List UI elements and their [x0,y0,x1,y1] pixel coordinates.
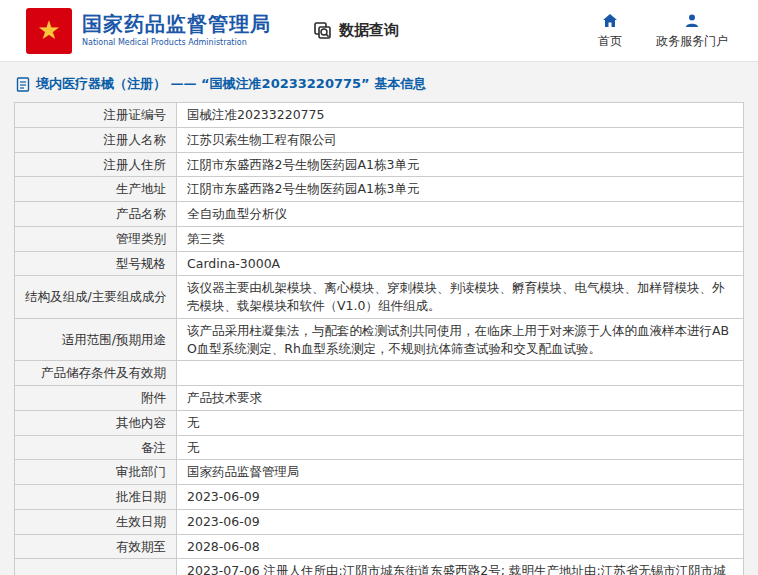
table-row: 产品名称 全自动血型分析仪 [15,202,744,227]
data-query-icon [313,21,333,41]
field-value [177,361,744,386]
field-value: Cardina-3000A [177,251,744,276]
field-label: 备注 [15,435,177,460]
table-row: 注册证编号 国械注准20233220775 [15,103,744,128]
field-label: 生产地址 [15,177,177,202]
agency-name-en: National Medical Products Administration [82,38,271,47]
registration-info-table: 注册证编号 国械注准20233220775 注册人名称 江苏贝索生物工程有限公司… [14,102,744,575]
field-value: 2028-06-08 [177,534,744,559]
data-query-nav[interactable]: 数据查询 [313,21,399,41]
table-row: 批准日期 2023-06-09 [15,485,744,510]
field-value: 江阴市东盛西路2号生物医药园A1栋3单元 [177,152,744,177]
field-value: 全自动血型分析仪 [177,202,744,227]
table-row: 结构及组成/主要组成成分 该仪器主要由机架模块、离心模块、穿刺模块、判读模块、孵… [15,276,744,319]
nav-item-home[interactable]: 首页 [598,12,622,50]
table-row: 型号规格 Cardina-3000A [15,251,744,276]
field-label: 注册人住所 [15,152,177,177]
field-label: 注册人名称 [15,127,177,152]
portal-person-icon [656,12,728,30]
nav-portal-label: 政务服务门户 [656,34,728,48]
field-value: 无 [177,410,744,435]
nav-item-portal[interactable]: 政务服务门户 [656,12,728,50]
document-icon [16,77,30,92]
field-label: 变更情况 [15,559,177,575]
table-row: 有效期至 2028-06-08 [15,534,744,559]
table-row: 备注 无 [15,435,744,460]
field-label: 注册证编号 [15,103,177,128]
table-row: 管理类别 第三类 [15,226,744,251]
field-label: 审批部门 [15,460,177,485]
field-value: 江苏贝索生物工程有限公司 [177,127,744,152]
field-label: 结构及组成/主要组成成分 [15,276,177,319]
table-row: 其他内容 无 [15,410,744,435]
table-row: 生效日期 2023-06-09 [15,509,744,534]
field-value: 该产品采用柱凝集法，与配套的检测试剂共同使用，在临床上用于对来源于人体的血液样本… [177,318,744,361]
field-value: 该仪器主要由机架模块、离心模块、穿刺模块、判读模块、孵育模块、电气模块、加样臂模… [177,276,744,319]
home-icon [598,12,622,30]
data-query-label: 数据查询 [339,21,399,40]
breadcrumb: 境内医疗器械（注册） —— “国械注准20233220775” 基本信息 [0,62,758,102]
field-value: 产品技术要求 [177,386,744,411]
table-row: 生产地址 江阴市东盛西路2号生物医药园A1栋3单元 [15,177,744,202]
table-row: 适用范围/预期用途 该产品采用柱凝集法，与配套的检测试剂共同使用，在临床上用于对… [15,318,744,361]
field-value: 国械注准20233220775 [177,103,744,128]
field-value: 2023-06-09 [177,485,744,510]
field-label: 生效日期 [15,509,177,534]
field-label: 有效期至 [15,534,177,559]
field-label: 型号规格 [15,251,177,276]
table-row: 注册人住所 江阴市东盛西路2号生物医药园A1栋3单元 [15,152,744,177]
field-label: 批准日期 [15,485,177,510]
field-value: 江阴市东盛西路2号生物医药园A1栋3单元 [177,177,744,202]
table-row: 变更情况 2023-07-06 注册人住所由:江阴市城东街道东盛西路2号; 载明… [15,559,744,575]
field-value: 第三类 [177,226,744,251]
nmpa-emblem-logo: ★ [26,8,72,54]
agency-name-cn: 国家药品监督管理局 [82,13,271,36]
top-header: ★ 国家药品监督管理局 National Medical Products Ad… [0,0,758,62]
agency-title-block: 国家药品监督管理局 National Medical Products Admi… [82,13,271,47]
table-row: 产品储存条件及有效期 [15,361,744,386]
breadcrumb-text: 境内医疗器械（注册） —— “国械注准20233220775” 基本信息 [36,75,426,93]
table-row: 注册人名称 江苏贝索生物工程有限公司 [15,127,744,152]
field-value: 国家药品监督管理局 [177,460,744,485]
field-label: 产品储存条件及有效期 [15,361,177,386]
field-value: 2023-07-06 注册人住所由:江阴市城东街道东盛西路2号; 载明生产地址由… [177,559,744,575]
field-value: 无 [177,435,744,460]
emblem-star-icon: ★ [37,17,60,43]
table-row: 附件 产品技术要求 [15,386,744,411]
table-row: 审批部门 国家药品监督管理局 [15,460,744,485]
field-label: 适用范围/预期用途 [15,318,177,361]
field-label: 产品名称 [15,202,177,227]
field-label: 附件 [15,386,177,411]
field-value: 2023-06-09 [177,509,744,534]
field-label: 管理类别 [15,226,177,251]
header-nav: 首页 政务服务门户 [598,12,728,50]
field-label: 其他内容 [15,410,177,435]
nav-home-label: 首页 [598,34,622,48]
